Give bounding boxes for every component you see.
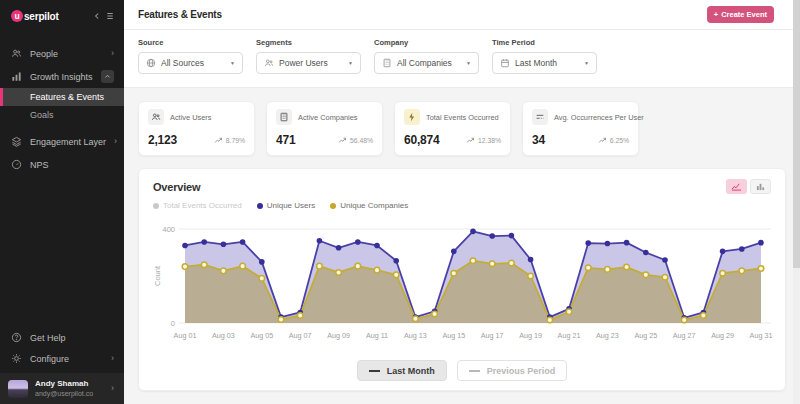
- sidebar-item-label: Features & Events: [30, 92, 104, 102]
- stat-change: 6.25%: [610, 137, 629, 144]
- stat-value: 60,874: [404, 133, 440, 147]
- svg-text:Aug 15: Aug 15: [442, 331, 465, 340]
- filter-value: Last Month: [515, 58, 557, 68]
- stat-card-active-users: Active Users 2,123 8.79%: [138, 101, 255, 156]
- last-month-button[interactable]: Last Month: [357, 360, 447, 381]
- stat-card-active-companies: Active Companies 471 56.48%: [266, 101, 383, 156]
- panel-title: Overview: [153, 181, 200, 193]
- stat-label: Active Users: [170, 113, 211, 122]
- layers-icon: [11, 136, 22, 147]
- building-icon: [382, 58, 392, 68]
- content: Active Users 2,123 8.79% Active Companie…: [124, 88, 800, 404]
- calendar-icon: [500, 58, 510, 68]
- sidebar-item-engagement-layer[interactable]: Engagement Layer ›: [0, 130, 124, 153]
- stat-change: 12.38%: [478, 137, 501, 144]
- svg-text:Count: Count: [153, 265, 162, 286]
- sidebar-collapse-icon[interactable]: [94, 11, 114, 21]
- legend-dot: [257, 203, 263, 209]
- chart-type-toggles: [726, 179, 771, 194]
- topbar: Features & Events + Create Event: [124, 0, 800, 30]
- scrollbar[interactable]: [793, 0, 800, 404]
- filter-value: All Sources: [161, 58, 204, 68]
- user-profile[interactable]: Andy Shamah andy@userpilot.co ›: [0, 373, 124, 404]
- svg-text:Aug 13: Aug 13: [404, 331, 427, 340]
- chevron-up-icon[interactable]: [101, 70, 114, 83]
- globe-icon: [146, 58, 156, 68]
- filter-company: Company All Companies ▼: [374, 38, 479, 74]
- chart-actions: Last Month Previous Period: [153, 360, 771, 381]
- svg-text:Aug 27: Aug 27: [673, 331, 696, 340]
- logo-text: serpilot: [24, 11, 59, 22]
- stat-label: Total Events Occurred: [426, 113, 499, 122]
- chart-legend: Total Events Occurred Unique Users Uniqu…: [153, 201, 771, 210]
- sidebar-item-features-events[interactable]: Features & Events: [0, 88, 124, 106]
- logo-u-icon: u: [11, 10, 23, 22]
- caret-down-icon: ▼: [348, 60, 353, 66]
- company-select[interactable]: All Companies ▼: [374, 52, 479, 74]
- svg-text:Aug 29: Aug 29: [711, 331, 734, 340]
- bar-chart-toggle[interactable]: [750, 179, 771, 194]
- caret-down-icon: ▼: [466, 60, 471, 66]
- create-event-button[interactable]: + Create Event: [707, 6, 774, 23]
- sidebar-item-growth-insights[interactable]: Growth Insights: [0, 65, 124, 88]
- svg-text:Aug 09: Aug 09: [327, 331, 350, 340]
- avatar: [8, 380, 28, 398]
- filter-time-period: Time Period Last Month ▼: [492, 38, 597, 74]
- sidebar-item-label: Configure: [30, 354, 69, 364]
- sidebar-item-configure[interactable]: Configure ›: [0, 348, 124, 369]
- bar-chart-icon: [11, 71, 22, 82]
- legend-unique-users[interactable]: Unique Users: [257, 201, 315, 210]
- svg-text:Aug 17: Aug 17: [481, 331, 504, 340]
- trend-up-icon: [338, 136, 347, 145]
- trend-up-icon: [214, 136, 223, 145]
- legend-unique-companies[interactable]: Unique Companies: [330, 201, 408, 210]
- sidebar-item-people[interactable]: People ›: [0, 42, 124, 65]
- sidebar-item-get-help[interactable]: Get Help: [0, 327, 124, 348]
- scrollbar-thumb[interactable]: [793, 0, 800, 268]
- building-icon: [276, 109, 292, 125]
- users-icon: [148, 109, 164, 125]
- trend-up-icon: [598, 136, 607, 145]
- filterbar: Source All Sources ▼ Segments Power User…: [124, 30, 800, 88]
- filter-label: Source: [138, 38, 243, 47]
- segments-select[interactable]: Power Users ▼: [256, 52, 361, 74]
- dashed-line-icon: [469, 370, 480, 372]
- users-icon: [264, 58, 274, 68]
- sidebar-item-label: People: [30, 49, 58, 59]
- chevron-right-icon: ›: [114, 137, 117, 146]
- average-icon: [532, 109, 548, 125]
- time-period-select[interactable]: Last Month ▼: [492, 52, 597, 74]
- help-icon: [11, 332, 22, 343]
- sidebar-item-nps[interactable]: NPS: [0, 153, 124, 176]
- svg-text:Aug 05: Aug 05: [250, 331, 273, 340]
- svg-text:Aug 07: Aug 07: [289, 331, 312, 340]
- stat-value: 471: [276, 133, 295, 147]
- filter-label: Company: [374, 38, 479, 47]
- userpilot-logo[interactable]: userpilot: [11, 10, 59, 22]
- legend-total-events[interactable]: Total Events Occurred: [153, 201, 242, 210]
- trend-up-icon: [466, 136, 475, 145]
- source-select[interactable]: All Sources ▼: [138, 52, 243, 74]
- sidebar-item-goals[interactable]: Goals: [0, 106, 124, 124]
- svg-text:Aug 31: Aug 31: [750, 331, 773, 340]
- svg-text:Aug 01: Aug 01: [174, 331, 197, 340]
- stat-card-total-events: Total Events Occurred 60,874 12.38%: [394, 101, 511, 156]
- filter-value: Power Users: [279, 58, 328, 68]
- sidebar: userpilot People › Growth Insights Featu…: [0, 0, 124, 404]
- sidebar-item-label: Growth Insights: [30, 72, 93, 82]
- svg-text:Aug 25: Aug 25: [634, 331, 657, 340]
- sidebar-item-label: Engagement Layer: [30, 137, 106, 147]
- caret-down-icon: ▼: [230, 60, 235, 66]
- main: Features & Events + Create Event Source …: [124, 0, 800, 404]
- line-chart-toggle[interactable]: [726, 179, 747, 194]
- chevron-right-icon: ›: [111, 384, 114, 393]
- svg-text:Aug 19: Aug 19: [519, 331, 542, 340]
- chart: 0400CountAug 01Aug 03Aug 05Aug 07Aug 09A…: [153, 213, 771, 347]
- area-chart: 0400CountAug 01Aug 03Aug 05Aug 07Aug 09A…: [153, 213, 773, 343]
- sidebar-footer: Get Help Configure › Andy Shamah andy@us…: [0, 327, 124, 404]
- previous-period-button[interactable]: Previous Period: [457, 360, 568, 381]
- stat-label: Avg. Occurrences Per User: [554, 113, 644, 122]
- logo-row: userpilot: [0, 0, 124, 32]
- svg-text:Aug 03: Aug 03: [212, 331, 235, 340]
- gauge-icon: [11, 159, 22, 170]
